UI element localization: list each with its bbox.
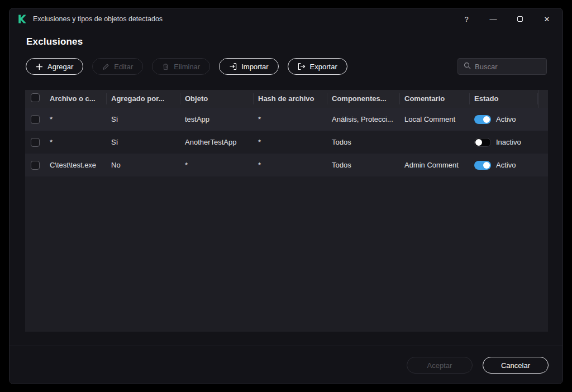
pencil-icon [102, 63, 109, 70]
plus-icon [36, 63, 43, 70]
trash-icon [162, 63, 169, 70]
minimize-icon: — [490, 16, 497, 23]
maximize-icon [517, 16, 523, 22]
header-file[interactable]: Archivo o c... [45, 93, 107, 104]
search-box [457, 58, 547, 75]
help-button[interactable]: ? [462, 15, 471, 23]
cell-added-by: Sí [107, 115, 180, 123]
cell-hash: * [254, 115, 327, 123]
cell-components: Todos [327, 161, 400, 169]
export-button[interactable]: Exportar [288, 58, 347, 75]
toggle-knob [475, 139, 482, 146]
status-toggle[interactable] [474, 138, 491, 147]
cell-file: * [45, 115, 107, 123]
table-row[interactable]: * Sí AnotherTestApp * Todos Inactivo [25, 131, 548, 154]
table-header-row: Archivo o c... Agregado por... Objeto Ha… [25, 90, 548, 108]
page-title: Exclusiones [26, 36, 563, 47]
cell-added-by: No [107, 161, 180, 169]
table-empty-area [25, 176, 548, 332]
accept-button[interactable]: Aceptar [407, 357, 473, 374]
row-checkbox[interactable] [31, 115, 40, 124]
cell-hash: * [254, 138, 327, 146]
window-controls: ? — ✕ [462, 15, 555, 23]
titlebar: Exclusiones y tipos de objetos detectado… [9, 8, 563, 30]
toolbar: Agregar Editar Eliminar Importar Exporta [26, 58, 547, 75]
import-button[interactable]: Importar [219, 58, 278, 75]
minimize-button[interactable]: — [489, 15, 498, 23]
row-checkbox[interactable] [31, 138, 40, 147]
cell-components: Análisis, Protecci... [327, 115, 400, 123]
cell-components: Todos [327, 138, 400, 146]
delete-button-label: Eliminar [174, 63, 200, 71]
cell-added-by: Sí [107, 138, 180, 146]
export-button-label: Exportar [310, 63, 337, 71]
toggle-knob [483, 162, 490, 169]
kaspersky-logo-icon [17, 14, 27, 24]
window-title: Exclusiones y tipos de objetos detectado… [33, 15, 163, 23]
status-toggle[interactable] [474, 161, 491, 170]
table-row[interactable]: C\test\test.exe No * * Todos Admin Comme… [25, 154, 548, 176]
cell-hash: * [254, 161, 327, 169]
cell-object: AnotherTestApp [180, 138, 254, 146]
header-added-by[interactable]: Agregado por... [107, 93, 180, 104]
row-checkbox[interactable] [31, 161, 40, 170]
add-button-label: Agregar [47, 63, 73, 71]
cell-object: * [180, 161, 254, 169]
export-icon [298, 63, 306, 70]
edit-button[interactable]: Editar [92, 58, 143, 75]
delete-button[interactable]: Eliminar [152, 58, 210, 75]
cell-comment: Local Comment [400, 115, 470, 123]
header-object[interactable]: Objeto [180, 93, 254, 104]
header-spacer [538, 90, 548, 108]
toggle-knob [483, 116, 490, 123]
app-window: Exclusiones y tipos de objetos detectado… [9, 8, 563, 384]
status-label: Inactivo [496, 138, 521, 146]
header-components[interactable]: Componentes... [327, 93, 400, 104]
cell-file: C\test\test.exe [45, 161, 107, 169]
search-input[interactable] [475, 63, 541, 71]
header-comment[interactable]: Comentario [400, 93, 470, 104]
import-icon [229, 63, 237, 70]
header-state[interactable]: Estado [470, 93, 538, 104]
add-button[interactable]: Agregar [26, 58, 83, 75]
maximize-button[interactable] [516, 15, 525, 23]
cell-file: * [45, 138, 107, 146]
select-all-checkbox[interactable] [31, 93, 40, 102]
status-label: Activo [496, 161, 516, 169]
footer-bar: Aceptar Cancelar [9, 346, 563, 384]
cell-comment: Admin Comment [400, 161, 470, 169]
cell-object: testApp [180, 115, 254, 123]
close-icon: ✕ [544, 16, 550, 23]
cancel-button[interactable]: Cancelar [483, 357, 549, 374]
header-hash[interactable]: Hash de archivo [254, 93, 327, 104]
status-toggle[interactable] [474, 115, 491, 124]
close-button[interactable]: ✕ [542, 15, 551, 23]
status-label: Activo [496, 115, 516, 123]
search-icon [464, 61, 471, 71]
table-row[interactable]: * Sí testApp * Análisis, Protecci... Loc… [25, 108, 548, 131]
import-button-label: Importar [241, 63, 268, 71]
edit-button-label: Editar [114, 63, 133, 71]
exclusions-table: Archivo o c... Agregado por... Objeto Ha… [25, 90, 548, 332]
